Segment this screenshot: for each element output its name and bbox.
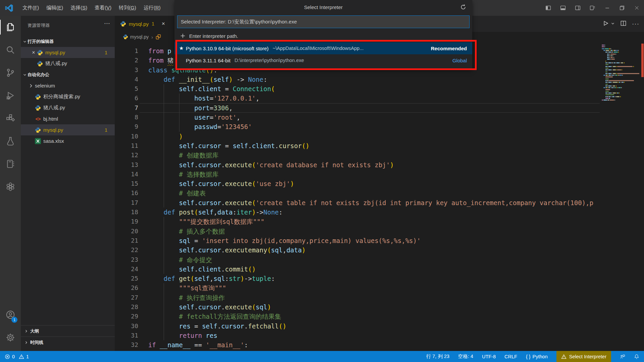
code-line-18[interactable]: 18 def post(self,data:iter)->None: [115,207,644,217]
code-line-23[interactable]: 23 # 命令提交 [115,255,644,264]
split-editor-icon[interactable] [620,20,627,28]
code-line-5[interactable]: 5 self.client = Connection( [115,84,644,94]
open-editors-section-header[interactable]: 打开的编辑器 [21,36,115,47]
menu-4[interactable]: 查看(V) [91,3,115,13]
close-window-icon[interactable] [629,0,644,16]
code-line-11[interactable]: 11 self.cursor = self.client.cursor() [115,141,644,150]
code-line-10[interactable]: 10 ) [115,132,644,141]
encoding-status[interactable]: UTF-8 [482,354,496,359]
line-number: 6 [115,94,138,103]
refresh-icon[interactable] [460,4,466,10]
code-line-30[interactable]: 30 res = self.cursor.fetchall() [115,321,644,331]
code-line-20[interactable]: 20 # 插入多个数据 [115,227,644,236]
code-line-17[interactable]: 17 self.cursor.execute('create table if … [115,198,644,207]
code-line-21[interactable]: 21 sql = 'insert into zbj(id,company,pri… [115,236,644,245]
account-icon[interactable]: 1 [0,303,21,326]
scm-icon[interactable] [0,61,21,84]
code-line-24[interactable]: 24 self.client.commit() [115,264,644,274]
overview-ruler-marker [641,44,644,77]
class-symbol-icon [156,34,161,40]
settings-icon[interactable] [0,326,21,349]
python-file-icon [120,21,126,27]
language-status[interactable]: { } Python [526,354,548,359]
code-line-15[interactable]: 15 self.cursor.execute('use zbj') [115,179,644,188]
eol-status[interactable]: CRLF [504,354,517,359]
menu-5[interactable]: 转到(G) [115,3,140,13]
outline-section[interactable]: 大纲 [21,325,115,337]
indentation-status[interactable]: 空格: 4 [458,353,473,360]
code-line-22[interactable]: 22 self.cursor.executemany(sql,data) [115,245,644,255]
file-selenium[interactable]: selenium [21,80,115,91]
testing-icon[interactable] [0,130,21,153]
restore-icon[interactable] [614,0,629,16]
code-line-14[interactable]: 14 # 选择数据库 [115,170,644,179]
open-editor-mysql.py[interactable]: ×mysql.py1 [21,47,115,58]
editor-more-actions-icon[interactable]: ··· [632,20,639,27]
file-name: sasa.xlsx [43,138,64,144]
debug-icon[interactable] [0,84,21,107]
notebook-icon[interactable] [0,153,21,175]
code-line-28[interactable]: 28 self.cursor.execute(sql) [115,302,644,312]
file-sasa.xlsx[interactable]: sasa.xlsx [21,135,115,146]
code-line-19[interactable]: 19 """提交数据到sql数据库""" [115,217,644,226]
dialog-title: Select Interpreter [174,0,472,14]
close-editor-icon[interactable]: × [30,50,37,56]
folder-section-header[interactable]: 自动化办公 [21,69,115,80]
minimap[interactable] [600,42,639,250]
file-mysql.py[interactable]: mysql.py1 [21,124,115,135]
minimize-icon[interactable] [600,0,614,16]
line-number: 16 [115,188,138,198]
select-interpreter-status[interactable]: Select Interpreter [556,351,611,362]
line-number: 7 [115,103,138,113]
timeline-section[interactable]: 时间线 [21,337,115,348]
toggle-panel-icon[interactable] [555,0,570,16]
code-line-9[interactable]: 9 passwd='123456' [115,122,644,131]
code-line-13[interactable]: 13 self.cursor.execute('create database … [115,160,644,170]
menu-1[interactable]: 文件(F) [19,3,43,13]
code-line-26[interactable]: 26 """sql查询""" [115,283,644,293]
code-line-16[interactable]: 16 # 创建表 [115,188,644,198]
run-python-file-icon[interactable] [602,20,609,28]
extensions-icon[interactable] [0,107,21,130]
customize-layout-icon[interactable] [585,0,600,16]
file-bj.html[interactable]: <>bj.html [21,113,115,124]
file-猪八戒.py[interactable]: 猪八戒.py [21,102,115,113]
tab-mysql-py[interactable]: mysql.py 1 × [115,16,181,32]
run-dropdown-icon[interactable] [614,21,615,27]
code-line-32[interactable]: 32if __name__ == '__main__': [115,340,644,350]
plus-icon [180,33,186,39]
notifications-bell-icon[interactable] [634,354,639,359]
menu-6[interactable]: 运行(R) [140,3,164,13]
file-name: 猪八戒.py [45,60,67,67]
problems-status[interactable]: 0 1 [5,354,29,359]
code-line-7[interactable]: 7 port=3306, [115,103,644,113]
line-number: 28 [115,302,138,312]
code-line-12[interactable]: 12 # 创建数据库 [115,150,644,160]
feedback-icon[interactable] [620,354,625,359]
code-line-8[interactable]: 8 user='root', [115,113,644,122]
file-name: 猪八戒.py [43,105,65,111]
explorer-icon[interactable] [0,16,21,39]
menu-3[interactable]: 选择(S) [67,3,91,13]
code-line-25[interactable]: 25 def get(self,sql:str)->tuple: [115,274,644,283]
code-line-4[interactable]: 4 def __init__(self) -> None: [115,75,644,84]
line-number: 10 [115,132,138,141]
code-editor[interactable]: 1from p2from 猪3class sqlHandle():4 def _… [115,42,644,351]
interpreter-path-input[interactable] [177,15,470,28]
code-line-29[interactable]: 29 # fetchall方法返回查询的结果集 [115,312,644,321]
open-editor-猪八戒.py[interactable]: 猪八戒.py [21,58,115,69]
tab-close-icon[interactable]: × [162,20,165,27]
code-line-31[interactable]: 31 return res [115,331,644,340]
line-number: 18 [115,207,138,217]
openai-icon[interactable] [0,175,21,198]
search-icon[interactable] [0,39,21,61]
sidebar-more-actions-icon[interactable]: ⋯ [104,20,110,27]
code-line-6[interactable]: 6 host='127.0.0.1', [115,94,644,103]
menu-2[interactable]: 编辑(E) [43,3,67,13]
line-number: 32 [115,340,138,350]
file-积分商城搜索.py[interactable]: 积分商城搜索.py [21,91,115,102]
code-line-27[interactable]: 27 # 执行查询操作 [115,293,644,302]
toggle-sidebar-icon[interactable] [541,0,555,16]
toggle-secondary-sidebar-icon[interactable] [570,0,585,16]
cursor-position-status[interactable]: 行 7, 列 23 [426,353,449,360]
